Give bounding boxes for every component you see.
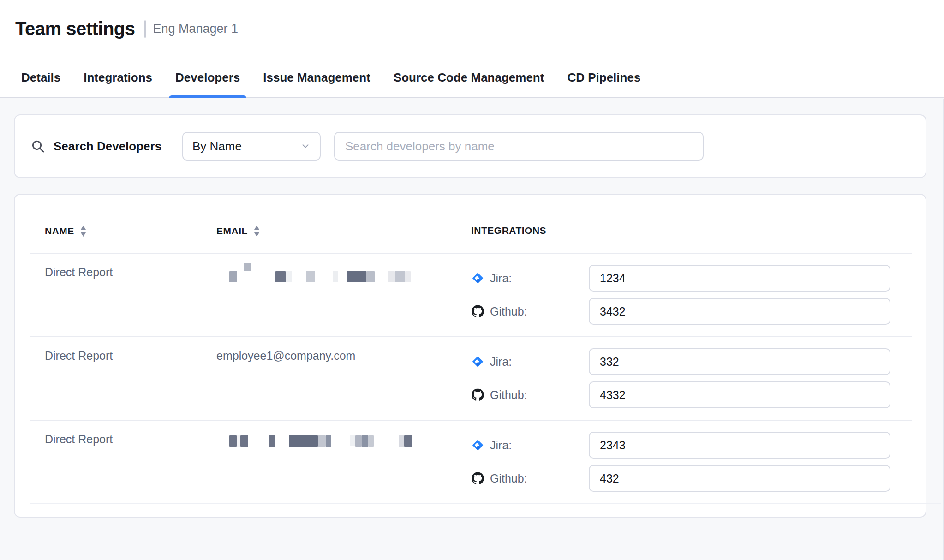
- github-icon: [472, 305, 484, 318]
- search-filter-value: By Name: [192, 139, 242, 154]
- search-icon: [30, 139, 45, 154]
- jira-label: Jira:: [490, 272, 512, 285]
- table-body: Direct Report Jira: Github:: [15, 253, 926, 503]
- main-content: Search Developers By Name NAME EMAIL: [0, 99, 944, 560]
- team-name-subtitle: Eng Manager 1: [153, 22, 239, 36]
- title-divider: [144, 20, 146, 38]
- column-header-name: NAME: [45, 225, 87, 237]
- jira-label: Jira:: [490, 355, 512, 369]
- tab-source-code-management[interactable]: Source Code Management: [394, 58, 544, 97]
- jira-icon: [472, 439, 484, 452]
- tab-integrations[interactable]: Integrations: [84, 58, 152, 97]
- jira-label: Jira:: [490, 439, 512, 452]
- integrations-cell: Jira: Github:: [15, 265, 926, 331]
- jira-field: Jira:: [15, 348, 926, 375]
- jira-field: Jira:: [15, 265, 926, 292]
- search-filter-select[interactable]: By Name: [182, 132, 321, 161]
- table-row: Direct Report Jira: Github:: [15, 420, 926, 503]
- jira-id-input[interactable]: [589, 265, 890, 292]
- table-header-row: NAME EMAIL INTEGRATIONS: [15, 195, 926, 253]
- jira-icon: [472, 356, 484, 368]
- sort-icon-email[interactable]: [253, 225, 260, 237]
- jira-icon: [472, 272, 484, 285]
- github-label: Github:: [490, 388, 527, 402]
- integrations-cell: Jira: Github:: [15, 432, 926, 498]
- github-label: Github:: [490, 305, 527, 318]
- jira-id-input[interactable]: [589, 432, 890, 459]
- table-row: Direct Report employee1@company.com Jira…: [15, 336, 926, 420]
- github-id-input[interactable]: [589, 298, 890, 325]
- table-bottom-separator: [30, 503, 941, 504]
- developers-table-card: NAME EMAIL INTEGRATIONS Direct Report: [14, 194, 926, 518]
- search-developers-input[interactable]: [334, 132, 704, 161]
- row-separator: [30, 253, 912, 254]
- sort-icon-name[interactable]: [80, 225, 87, 237]
- column-header-email: EMAIL: [216, 225, 260, 237]
- github-label: Github:: [490, 472, 527, 485]
- search-developers-card: Search Developers By Name: [14, 114, 926, 178]
- tab-developers[interactable]: Developers: [175, 58, 240, 97]
- github-field: Github:: [15, 381, 926, 408]
- table-row: Direct Report Jira: Github:: [15, 253, 926, 336]
- tab-cd-pipelines[interactable]: CD Pipelines: [567, 58, 640, 97]
- jira-field: Jira:: [15, 432, 926, 459]
- github-id-input[interactable]: [589, 465, 890, 492]
- page-header: Team settings Eng Manager 1: [0, 0, 944, 58]
- jira-id-input[interactable]: [589, 348, 890, 375]
- page-title: Team settings: [15, 18, 135, 39]
- row-separator: [30, 420, 912, 421]
- chevron-down-icon: [300, 141, 311, 151]
- tab-bar: Details Integrations Developers Issue Ma…: [0, 58, 944, 98]
- github-icon: [472, 472, 484, 485]
- row-separator: [30, 336, 912, 337]
- github-field: Github:: [15, 465, 926, 492]
- tab-details[interactable]: Details: [21, 58, 60, 97]
- github-id-input[interactable]: [589, 381, 890, 408]
- integrations-cell: Jira: Github:: [15, 348, 926, 415]
- search-developers-label: Search Developers: [54, 139, 161, 154]
- github-field: Github:: [15, 298, 926, 325]
- column-header-integrations: INTEGRATIONS: [471, 225, 546, 236]
- tab-issue-management[interactable]: Issue Management: [263, 58, 370, 97]
- github-icon: [472, 389, 484, 401]
